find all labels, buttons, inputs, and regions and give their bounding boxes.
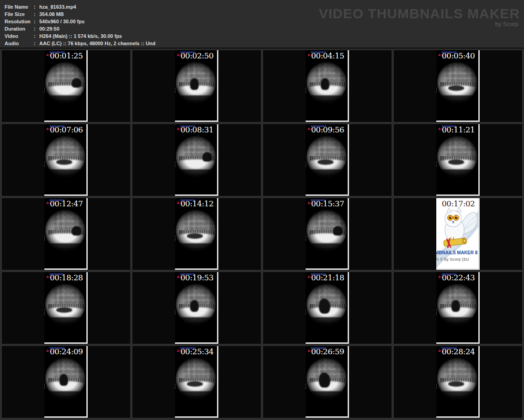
thumbnail-timestamp: 00:15:37 — [311, 199, 344, 208]
floor-shadow — [176, 247, 216, 251]
video-frame: 2023-01-31 星期二 18:54:11 AS11 00:26:59 — [306, 346, 349, 418]
app-brand: VIDEO THUMBNAILS MAKER by Scorp — [319, 7, 520, 27]
thumbnail-tile: 2023-01-31 星期二 18:54:11 AS11 00:04:15 — [263, 50, 392, 122]
thumbnail-grid: 2023-01-31 星期二 18:54:11 AS11 00:01:25 20… — [2, 50, 522, 418]
person-silhouette — [190, 78, 199, 90]
thumbnail-timestamp: 00:24:09 — [50, 347, 83, 356]
thumbnail-timestamp: 00:14:12 — [180, 199, 213, 208]
floor-shadow — [437, 395, 477, 399]
file-info-value: H264 (Main) :: 1 574 kb/s, 30.00 fps — [39, 32, 122, 40]
file-info-value: 354.08 MB — [39, 10, 64, 18]
peephole-scene — [437, 284, 477, 325]
thumbnail-timestamp: 00:04:15 — [311, 51, 344, 60]
thumbnail-timestamp: 00:25:34 — [180, 347, 213, 356]
thumbnail-tile: 2023-01-31 星期二 18:54:11 AS11 00:08:31 — [132, 124, 261, 196]
floor-shadow — [437, 173, 477, 177]
thumbnail-tile: 2023-01-31 星期二 18:54:11 AS11 00:07:06 — [2, 124, 130, 196]
peephole-scene — [176, 136, 216, 177]
thumbnail-tile: 2023-01-31 星期二 18:54:11 AS11 00:01:25 — [2, 50, 130, 122]
floor-shadow — [45, 395, 85, 399]
person-silhouette — [56, 307, 72, 313]
thumbnail-tile: 2023-01-31 星期二 18:54:11 AS11 00:25:34 — [132, 346, 261, 418]
file-info-table: File Name : hza_81633.mp4 File Size : 35… — [5, 3, 155, 47]
vertical-datetime-overlay: 2023-01-31 星期二 18:54:11 — [44, 293, 46, 332]
person-silhouette — [448, 381, 464, 387]
vertical-datetime-overlay: 2023-01-31 星期二 18:54:11 — [44, 367, 46, 406]
thumbnail-tile: 2023-01-31 星期二 18:54:11 AS11 00:26:59 — [263, 346, 392, 418]
floor-shadow — [437, 100, 477, 103]
peephole-scene — [307, 136, 346, 177]
peephole-scene — [437, 62, 477, 103]
video-frame: 2023-01-31 星期二 18:54:11 AS11 00:19:53 — [175, 272, 218, 344]
vertical-datetime-overlay: 2023-01-31 星期二 18:54:11 — [306, 71, 307, 110]
file-info-row: Duration : 00:29:50 — [5, 25, 155, 32]
floor-shadow — [437, 321, 477, 325]
floor-shadow — [307, 247, 346, 251]
file-info-row: Resolution : 540x960 / 30.00 fps — [5, 18, 155, 25]
video-frame: 2023-01-31 星期二 18:54:11 AS11 00:05:40 — [436, 50, 480, 122]
file-info-colon: : — [34, 32, 39, 40]
floor-shadow — [307, 395, 346, 399]
person-silhouette — [59, 374, 68, 386]
vtm-watermark-text: MBNAILS MAKER 8 — [436, 250, 477, 255]
thumbnail-tile: 2023-01-31 星期二 18:54:11 AS11 00:24:09 — [2, 346, 130, 418]
peephole-scene — [176, 62, 216, 103]
vertical-datetime-overlay: 2023-01-31 星期二 18:54:11 — [175, 219, 176, 258]
floor-shadow — [45, 173, 85, 177]
person-silhouette — [333, 226, 343, 236]
thumbnail-timestamp: 00:26:59 — [311, 347, 344, 356]
thumbnail-tile: 2023-01-31 星期二 18:54:11 AS11 00:09:56 — [263, 124, 392, 196]
floor-shadow — [307, 173, 346, 177]
thumbnail-timestamp: 00:09:56 — [311, 125, 344, 134]
thumbnail-tile-watermark: MBNAILS MAKER 8 nt © by Scorp (SU 00:17:… — [394, 198, 522, 270]
file-info-label: Video — [5, 32, 34, 40]
file-info-label: File Size — [5, 10, 34, 18]
thumbnail-timestamp: 00:21:18 — [311, 273, 344, 282]
person-silhouette — [187, 381, 203, 387]
thumbnail-timestamp: 00:02:50 — [180, 51, 213, 60]
vertical-datetime-overlay: 2023-01-31 星期二 18:54:11 — [436, 367, 438, 406]
thumbnail-timestamp: 00:17:02 — [442, 199, 475, 208]
floor-shadow — [176, 173, 216, 177]
video-frame: 2023-01-31 星期二 18:54:11 AS11 00:12:47 — [44, 198, 88, 270]
vertical-datetime-overlay: 2023-01-31 星期二 18:54:11 — [306, 367, 307, 406]
thumbnail-tile: 2023-01-31 星期二 18:54:11 AS11 00:21:18 — [263, 272, 392, 344]
file-info-value: 00:29:50 — [39, 25, 59, 32]
person-silhouette — [72, 78, 81, 88]
peephole-scene — [45, 284, 85, 325]
floor-shadow — [45, 100, 85, 103]
file-info-row: File Size : 354.08 MB — [5, 10, 155, 18]
vertical-datetime-overlay: 2023-01-31 星期二 18:54:11 — [436, 71, 438, 110]
video-frame: 2023-01-31 星期二 18:54:11 AS11 00:25:34 — [175, 346, 218, 418]
thumbnail-tile: 2023-01-31 星期二 18:54:11 AS11 00:12:47 — [2, 198, 130, 270]
video-frame: 2023-01-31 星期二 18:54:11 AS11 00:11:21 — [436, 124, 480, 196]
peephole-scene — [45, 210, 85, 251]
peephole-scene — [176, 210, 216, 251]
file-info-header: File Name : hza_81633.mp4 File Size : 35… — [0, 0, 524, 49]
floor-shadow — [176, 100, 216, 103]
vertical-datetime-overlay: 2023-01-31 星期二 18:54:11 — [175, 367, 176, 406]
peephole-scene — [307, 210, 346, 251]
thumbnail-timestamp: 00:19:53 — [180, 273, 213, 282]
thumbnail-timestamp: 00:07:06 — [50, 125, 83, 134]
person-silhouette — [202, 152, 212, 162]
person-silhouette — [318, 159, 333, 165]
thumbnail-tile: 2023-01-31 星期二 18:54:11 AS11 00:05:40 — [394, 50, 522, 122]
file-info-label: File Name — [5, 3, 34, 10]
vtm-copyright-text: nt © by Scorp (SU — [436, 257, 469, 262]
floor-shadow — [45, 247, 85, 251]
floor-shadow — [45, 321, 85, 325]
person-silhouette — [72, 226, 81, 236]
peephole-scene — [307, 62, 346, 103]
vertical-datetime-overlay: 2023-01-31 星期二 18:54:11 — [175, 71, 176, 110]
peephole-scene — [437, 358, 477, 399]
vertical-datetime-overlay: 2023-01-31 星期二 18:54:11 — [436, 145, 438, 184]
floor-shadow — [176, 395, 216, 399]
thumbnail-tile: 2023-01-31 星期二 18:54:11 AS11 00:19:53 — [132, 272, 261, 344]
video-frame: 2023-01-31 星期二 18:54:11 AS11 00:04:15 — [306, 50, 349, 122]
peephole-scene — [176, 358, 216, 399]
file-info-value: 540x960 / 30.00 fps — [39, 18, 85, 25]
thumbnail-timestamp: 00:12:47 — [50, 199, 83, 208]
file-info-colon: : — [34, 40, 39, 47]
floor-shadow — [176, 321, 216, 325]
